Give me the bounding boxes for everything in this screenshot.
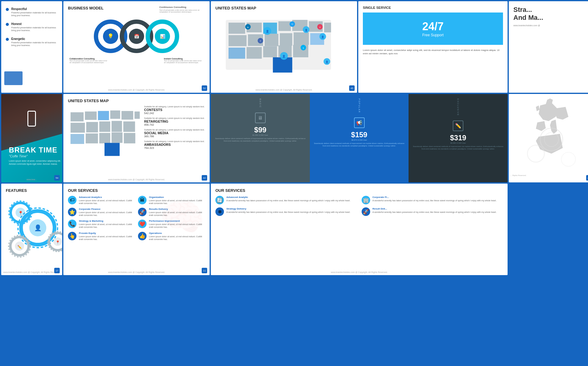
dot-icon-3 — [6, 38, 9, 41]
europe-map-footer: ... Rights Reserved. — [510, 174, 526, 176]
svg-marker-73 — [536, 106, 540, 111]
svg-rect-31 — [228, 48, 245, 59]
svg-rect-68 — [104, 143, 120, 156]
service-icon-results: 🚀 — [138, 208, 147, 216]
consulting-label: Continuous Consulting — [159, 6, 205, 9]
service-desc-perf: Lorem ipsum dolor sit amet, ut mel elmod… — [149, 223, 205, 228]
value-item-1: Respectful Powerful presentation materia… — [6, 7, 58, 17]
slide-number-10: 46 — [586, 175, 588, 181]
service2-strat-delivery: ❄ Strategy Delivery A wonderful serenity… — [215, 207, 357, 216]
service-icon-strategy: 📞 — [68, 220, 76, 228]
service-highlight-box: 24/7 Free Support — [363, 13, 503, 45]
strategy-footer-partial: www.braintechslides.com @ — [513, 24, 588, 27]
gears-area: 👤 📍 ✏️ 📍 — [6, 196, 62, 260]
svg-marker-74 — [536, 121, 546, 131]
phone-icon — [27, 111, 36, 127]
service2-desc-corp: A wonderful serenity has taken possessio… — [373, 199, 497, 202]
service2-desc-analytics: A wonderful serenity has taken possessio… — [226, 199, 350, 202]
service2-title-result: Result Deli... — [373, 207, 497, 210]
slide-features: FEATURES 👤 📍 — [1, 184, 62, 275]
service-desc-ops: Lorem ipsum dolor sit amet, ut mel elmod… — [149, 235, 205, 241]
slide-us-map-stats: UNITED STATES MAP — [63, 94, 210, 182]
svg-rect-25 — [263, 46, 277, 57]
service-operations: 👍 Operations Lorem ipsum dolor sit amet,… — [138, 232, 205, 241]
svg-rect-16 — [324, 23, 331, 32]
service-title-org: Organization — [149, 196, 205, 199]
svg-rect-19 — [264, 34, 278, 46]
service-icon-finance: ⭐ — [68, 208, 76, 216]
footer-business-model: www.braintechslides.com @ Copyright. All… — [63, 89, 210, 91]
dot-icon-2 — [6, 23, 9, 26]
svg-point-80 — [527, 145, 544, 162]
svg-text:👤: 👤 — [282, 55, 286, 58]
us-map-svg-2 — [68, 106, 141, 163]
break-content: BREAK TIME "Coffe Time" Lorem ipsum dolo… — [9, 146, 62, 166]
service-desc-strategy: Lorem ipsum dolor sit amet, ut mel elmod… — [79, 223, 135, 228]
value-title-2: Honest — [11, 22, 58, 26]
service-desc-results: Lorem ipsum dolor sit amet, ut mel elmod… — [149, 211, 205, 217]
service-desc-analytics: Lorem ipsum dolor sit amet, ut mel elmod… — [79, 199, 135, 205]
service-equity: 👆 Provate Equity Lorem ipsum dolor sit a… — [68, 232, 135, 241]
svg-text:📍: 📍 — [18, 211, 23, 216]
svg-rect-27 — [293, 45, 308, 57]
service-number: 24/7 — [367, 20, 498, 33]
services-grid-2: 🔄 Advanced Analytic A wonderful serenity… — [215, 196, 503, 219]
service-icon-equity: 👆 — [68, 232, 76, 240]
popular-desc: Seamlessly deliver client-centered metho… — [312, 142, 406, 147]
service-advanced-analytics: 🏷 Advanced Analytics Lorem ipsum dolor s… — [68, 196, 135, 205]
service-title-strategy: Strategy & Marketing — [79, 220, 135, 222]
slide-europe-map: ... Rights Reserved. 46 — [509, 94, 588, 182]
service-icon-org: 🏛 — [138, 196, 147, 204]
value-item-2: Honest Powerful presentation materials f… — [6, 22, 58, 32]
value-desc-2: Powerful presentation materials for all … — [11, 26, 58, 32]
services-grid: 🏷 Advanced Analytics Lorem ipsum dolor s… — [68, 196, 205, 244]
svg-text:👤: 👤 — [266, 30, 269, 33]
svg-point-81 — [561, 152, 576, 166]
svg-rect-70 — [71, 134, 84, 144]
svg-text:S: S — [303, 47, 304, 49]
service-icon-ops: 👍 — [138, 232, 147, 240]
svg-text:Y!: Y! — [291, 23, 293, 25]
stat-social-media: Suitable for all category. Lorem ipsum i… — [144, 129, 205, 138]
svg-rect-67 — [124, 133, 135, 143]
svg-rect-20 — [280, 33, 292, 46]
stat-name-2: RETARGETING — [144, 120, 205, 123]
service2-title-strat: Strategy Delivery — [226, 207, 350, 210]
instant-label: Instant Consulting — [164, 58, 204, 60]
value-desc-3: Powerful presentation materials for all … — [11, 41, 58, 47]
services-col-2: 🏛 Organization Lorem ipsum dolor sit ame… — [138, 196, 205, 244]
slide-title-us-map-stats: UNITED STATES MAP — [68, 99, 205, 103]
svg-rect-53 — [85, 112, 97, 120]
svg-rect-52 — [71, 112, 84, 121]
instant-desc: Text of perspiciatis unde omnis iste nat… — [164, 60, 204, 63]
us-map-stats-content: Suitable for all category. Lorem ipsum i… — [68, 106, 205, 178]
ring-labels: Collaborative Consulting Text of perspic… — [68, 58, 205, 63]
service2-icon-strat: ❄ — [215, 207, 224, 216]
slide-us-map-top: UNITED STATES MAP — [211, 1, 357, 93]
slide-pricing: BASIC 🖥 $99 $1,050 /2,500 User Seamlessl… — [211, 94, 508, 182]
stat-name-1: CONTESTS — [144, 108, 205, 112]
slide-our-services-2: OUR SERVICES 🔄 Advanced Analytic A wonde… — [211, 184, 508, 275]
popular-label: POPULAR — [358, 99, 360, 113]
svg-rect-69 — [98, 111, 109, 120]
exclusive-label: EXCLUSIVE — [457, 99, 459, 116]
exclusive-desc: Seamlessly deliver client-centered metho… — [411, 145, 505, 150]
service-description: Lorem ipsum dolor sit amet, consectetur … — [363, 48, 503, 55]
slide-number-12: 11 — [202, 268, 207, 273]
svg-rect-10 — [228, 23, 245, 34]
service-desc-org: Lorem ipsum dolor sit amet, ut mel elmod… — [149, 199, 205, 205]
svg-rect-64 — [86, 134, 98, 144]
svg-text:👤: 👤 — [34, 224, 42, 231]
stat-value-4: 764.323 — [144, 146, 205, 149]
popular-icon: 📢 — [354, 117, 365, 128]
service2-icon-analytics: 🔄 — [215, 196, 224, 204]
europe-map-svg — [512, 97, 588, 176]
svg-rect-66 — [112, 132, 122, 143]
stat-name-3: SOCIAL MEDIA — [144, 131, 205, 135]
exclusive-price-sub: $9,990 /2,500 User — [450, 142, 466, 144]
svg-text:💡: 💡 — [108, 33, 114, 39]
main-grid: Respectful Powerful presentation materia… — [0, 0, 588, 366]
svg-rect-61 — [112, 121, 122, 132]
services2-col-2: 🏢 Corporate Fi... A wonderful serenity h… — [362, 196, 503, 219]
exclusive-price: $319 — [450, 134, 466, 142]
